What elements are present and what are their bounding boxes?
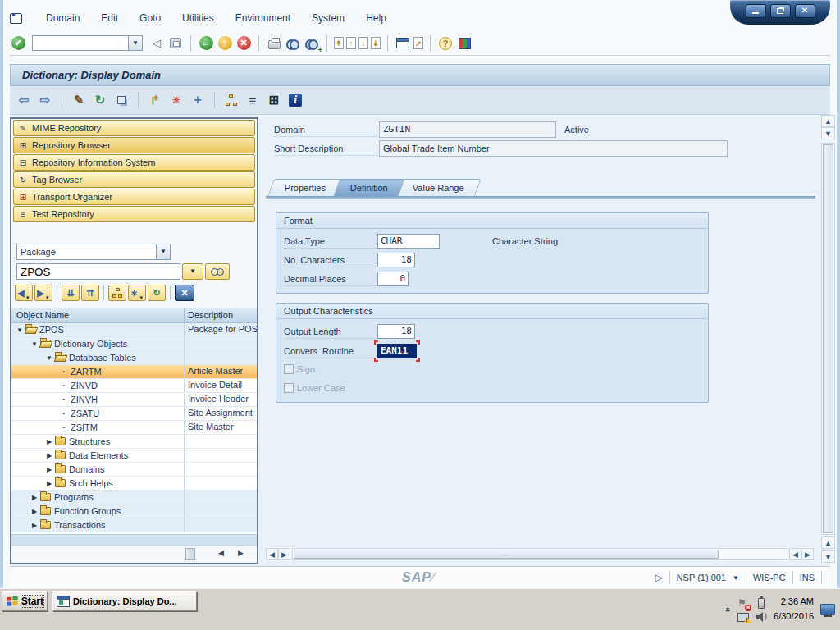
tree-row[interactable]: ▶ Structures <box>11 435 257 449</box>
info-icon[interactable]: i <box>289 94 302 107</box>
help-icon[interactable]: ? <box>439 37 452 50</box>
lower-case-checkbox[interactable] <box>284 383 294 393</box>
next-page-icon[interactable]: ↓ <box>358 37 368 49</box>
main-vscrollbar[interactable]: ▲ ▼ ▲ ▼ <box>821 115 835 563</box>
tree-scroll-left-icon[interactable]: ◀ <box>218 549 224 557</box>
hscroll-right-icon[interactable]: ▶ <box>278 548 290 560</box>
no-characters-field[interactable]: 18 <box>377 253 415 267</box>
tree-row[interactable]: · ZSATU Site Assignment <box>11 407 257 421</box>
tree-row[interactable]: · ZINVH Invoice Header <box>11 393 257 407</box>
expander-closed-icon[interactable]: ▶ <box>30 494 39 501</box>
taskbar-task-button[interactable]: Dictionary: Display Do... <box>52 591 197 611</box>
action-center-flag-icon[interactable]: ⚑✕ <box>737 598 749 609</box>
tree-row[interactable]: · ZSITM Site Master <box>11 421 257 435</box>
status-expand-icon[interactable]: ▷ <box>655 572 662 583</box>
tree-row[interactable]: ▶ Programs <box>11 491 257 504</box>
conversion-routine-field[interactable]: EAN11 <box>377 344 417 358</box>
vscroll-up-icon[interactable]: ▲ <box>821 115 835 127</box>
command-field[interactable] <box>32 35 129 51</box>
vscroll-down-icon[interactable]: ▼ <box>821 550 835 563</box>
refresh-icon[interactable]: ↻ <box>91 92 109 108</box>
save-icon[interactable] <box>170 38 181 48</box>
expander-open-icon[interactable]: ▼ <box>15 326 25 334</box>
expander-closed-icon[interactable]: ▶ <box>44 438 54 445</box>
menu-edit[interactable]: Edit <box>90 10 129 26</box>
system-info-dropdown-icon[interactable]: ▼ <box>733 574 739 582</box>
show-desktop-icon[interactable] <box>820 604 835 615</box>
expander-closed-icon[interactable]: ▶ <box>44 480 54 487</box>
nav-forward-icon[interactable]: ⇨ <box>36 92 54 108</box>
find-icon[interactable] <box>286 39 299 48</box>
tree-row[interactable]: ▶ Transactions <box>11 518 257 532</box>
expander-closed-icon[interactable]: ▶ <box>30 508 39 515</box>
sidebar-item-test-repository[interactable]: ≡ Test Repository <box>13 206 255 222</box>
exit-icon[interactable]: ↑ <box>218 36 232 50</box>
tab-properties[interactable]: Properties <box>267 179 343 196</box>
new-session-icon[interactable] <box>396 38 409 48</box>
copy-icon[interactable] <box>117 96 126 104</box>
tree-hscroll-thumb[interactable] <box>185 548 195 560</box>
last-page-icon[interactable]: ↡ <box>371 37 381 49</box>
nav-back-icon[interactable]: ⇦ <box>15 92 33 108</box>
enter-icon[interactable]: ✔ <box>11 36 25 50</box>
activate-icon[interactable]: ☀ <box>167 92 185 108</box>
expander-open-icon[interactable]: ▼ <box>44 354 54 362</box>
tree-row[interactable]: ▼ ZPOS Package for POS <box>11 323 257 337</box>
start-button[interactable]: Start <box>2 591 48 611</box>
speaker-icon[interactable]: ) <box>756 612 767 622</box>
sidebar-item-tag-browser[interactable]: ↻ Tag Browser <box>13 171 255 188</box>
tree-row[interactable]: · ZINVD Invoice Detail <box>11 379 257 393</box>
vscroll-down-icon[interactable]: ▼ <box>821 127 835 139</box>
create-shortcut-icon[interactable]: ↗ <box>413 37 423 49</box>
restore-button[interactable] <box>770 4 791 18</box>
favorites-icon[interactable]: ∗▼ <box>128 285 146 301</box>
sidebar-item-mime-repository[interactable]: ✎ MIME Repository <box>13 120 255 136</box>
tab-value-range[interactable]: Value Range <box>395 179 481 196</box>
customize-layout-icon[interactable] <box>459 38 471 49</box>
data-type-field[interactable]: CHAR <box>377 234 440 249</box>
tree-scroll-right-icon[interactable]: ▶ <box>238 549 244 557</box>
taskbar-clock[interactable]: 2:36 AM 6/30/2016 <box>774 595 814 623</box>
sign-checkbox[interactable] <box>284 364 294 374</box>
menu-help[interactable]: Help <box>355 10 397 26</box>
tree-row[interactable]: ▼ Database Tables <box>11 351 257 365</box>
hierarchy-display-icon[interactable] <box>226 94 237 106</box>
browser-type-select[interactable]: Package <box>16 244 157 260</box>
short-description-field[interactable]: Global Trade Item Number <box>379 140 728 157</box>
tree-row[interactable]: ▶ Function Groups <box>11 504 257 518</box>
browser-type-dropdown-icon[interactable]: ▼ <box>157 244 171 260</box>
battery-icon[interactable] <box>758 598 765 609</box>
domain-value-field[interactable]: ZGTIN <box>379 121 556 138</box>
object-name-input[interactable] <box>16 263 180 280</box>
tray-chevron-icon[interactable]: « <box>724 607 733 612</box>
print-icon[interactable] <box>268 40 281 49</box>
expander-closed-icon[interactable]: ▶ <box>44 466 54 473</box>
sidebar-item-transport-organizer[interactable]: ⊞ Transport Organizer <box>13 189 255 205</box>
vscroll-up-icon[interactable]: ▲ <box>821 536 835 549</box>
table-display-icon[interactable]: ⊞ <box>265 92 283 108</box>
tree-hscrollbar[interactable]: ◀ ▶ <box>11 545 257 563</box>
hscroll-thumb[interactable]: ⋯ <box>294 550 719 559</box>
back-icon[interactable]: ← <box>199 36 213 50</box>
expander-closed-icon[interactable]: ▶ <box>44 452 54 459</box>
output-length-field[interactable]: 18 <box>377 324 415 339</box>
cancel-icon[interactable]: ✕ <box>237 36 251 50</box>
object-history-dropdown-icon[interactable]: ▼ <box>182 263 203 280</box>
network-warning-icon[interactable] <box>737 613 749 622</box>
expand-all-icon[interactable]: ⇈ <box>81 285 99 301</box>
hscroll-left-icon[interactable]: ◀ <box>789 548 801 560</box>
stacked-display-icon[interactable]: ≡ <box>244 92 262 108</box>
collapse-all-icon[interactable]: ⇊ <box>62 285 80 301</box>
sidebar-item-repository-information-system[interactable]: ⊟ Repository Information System <box>13 154 255 171</box>
tree-refresh-icon[interactable]: ↻ <box>148 285 166 301</box>
where-used-icon[interactable]: ↱ <box>146 92 164 108</box>
system-menu-icon[interactable] <box>10 13 22 24</box>
menu-utilities[interactable]: Utilities <box>171 10 225 26</box>
find-next-icon[interactable] <box>305 39 318 48</box>
menu-environment[interactable]: Environment <box>225 10 301 26</box>
menu-goto[interactable]: Goto <box>129 10 171 26</box>
expander-closed-icon[interactable]: ▶ <box>30 522 39 529</box>
navigation-icon[interactable]: + <box>189 92 207 108</box>
menu-domain[interactable]: Domain <box>35 10 90 26</box>
command-dropdown-icon[interactable]: ▼ <box>129 35 143 51</box>
